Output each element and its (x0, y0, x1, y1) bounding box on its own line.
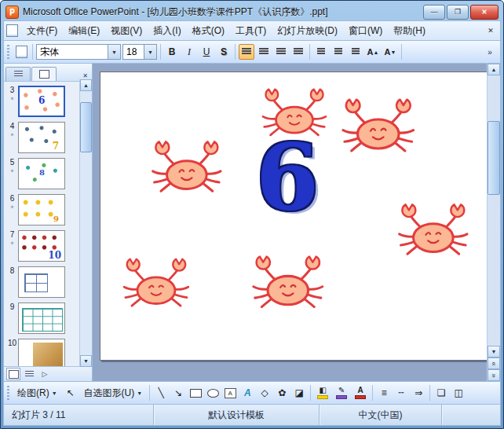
line-tool-button[interactable]: ╲ (153, 385, 169, 401)
crab-illustration[interactable] (336, 91, 421, 162)
previous-slide-button[interactable]: « (488, 358, 500, 369)
crab-illustration[interactable] (247, 248, 330, 317)
align-right-button[interactable] (273, 44, 289, 60)
scroll-up-icon[interactable]: ▲ (488, 64, 500, 75)
crab-illustration[interactable] (146, 134, 228, 201)
scroll-track[interactable] (488, 75, 500, 346)
diagram-button[interactable]: ◇ (257, 385, 272, 401)
chevron-down-icon[interactable]: ▼ (108, 45, 120, 59)
thumbnail-image[interactable]: 6 (18, 86, 65, 117)
slide-scrollbar[interactable]: ▲ ▼ « » (487, 64, 500, 381)
menu-edit[interactable]: 编辑(E) (63, 23, 105, 39)
thumbnail-image[interactable]: 8 (18, 158, 65, 189)
font-name-combobox[interactable]: 宋体▼ (36, 44, 121, 60)
font-size-combobox[interactable]: 18▼ (122, 44, 157, 60)
panel-scrollbar[interactable]: ▲ ▼ (79, 79, 92, 367)
chevron-down-icon[interactable]: ▼ (144, 45, 156, 59)
next-slide-button[interactable]: » (488, 369, 500, 381)
animation-star-icon[interactable]: ✶ (10, 203, 15, 211)
line-style-button[interactable]: ≡ (376, 385, 392, 401)
thumbnail-image[interactable] (18, 266, 65, 298)
distribute-button[interactable] (290, 44, 306, 60)
animation-star-icon[interactable]: ✶ (10, 130, 15, 139)
menu-slideshow[interactable]: 幻灯片放映(D) (272, 23, 343, 39)
restore-button[interactable]: ❐ (447, 5, 469, 20)
font-name-value: 宋体 (40, 46, 59, 59)
crab-illustration[interactable] (257, 82, 332, 145)
dash-style-button[interactable]: ╌ (393, 385, 409, 401)
scroll-down-icon[interactable]: ▼ (80, 355, 92, 367)
line-spacing-button[interactable] (313, 44, 329, 60)
bullets-button[interactable] (348, 44, 363, 60)
close-button[interactable]: ✕ (470, 5, 499, 20)
underline-button[interactable]: U (199, 44, 214, 60)
bold-button[interactable]: B (164, 44, 180, 60)
animation-star-icon[interactable]: ✶ (10, 239, 15, 248)
three-d-style-button[interactable]: ◫ (451, 385, 466, 401)
increase-font-button[interactable]: A▲ (365, 44, 381, 60)
minimize-button[interactable]: — (423, 5, 445, 20)
crab-illustration[interactable] (118, 251, 195, 316)
line-color-button[interactable]: ✎ (333, 385, 350, 401)
slide-number: 6 (10, 194, 15, 203)
menu-view[interactable]: 视图(V) (105, 23, 148, 39)
shadow-style-button[interactable]: ❏ (433, 385, 449, 401)
slideshow-button[interactable]: ▷ (38, 368, 52, 380)
language-status[interactable]: 中文(中国) (320, 405, 442, 425)
normal-view-button[interactable] (6, 368, 20, 380)
thumbnail-image[interactable] (18, 339, 65, 366)
new-slide-icon[interactable] (13, 44, 29, 60)
close-document-button[interactable]: ✕ (484, 24, 498, 38)
slide-sorter-button[interactable] (22, 368, 36, 380)
align-center-button[interactable] (256, 44, 272, 60)
align-left-icon (242, 48, 251, 56)
panel-scroll-thumb[interactable] (80, 102, 92, 152)
scroll-up-icon[interactable]: ▲ (80, 79, 92, 91)
draw-menu-button[interactable]: 绘图(R)▼ (13, 384, 61, 402)
thumbnail-table (24, 273, 48, 292)
window-controls: — ❐ ✕ (423, 5, 499, 20)
thumbnail-image[interactable] (18, 302, 65, 334)
text-shadow-button[interactable]: S (216, 44, 232, 60)
design-template-status[interactable]: 默认设计模板 (154, 405, 320, 425)
decrease-font-button[interactable]: A▼ (382, 44, 398, 60)
arrow-style-button[interactable]: ⇒ (411, 385, 426, 401)
scroll-down-icon[interactable]: ▼ (488, 346, 500, 358)
menu-file[interactable]: 文件(F) (21, 23, 63, 39)
tab-slides[interactable] (31, 67, 57, 81)
menu-insert[interactable]: 插入(I) (148, 23, 186, 39)
insert-picture-button[interactable]: ◪ (291, 385, 307, 401)
animation-star-icon[interactable]: ✶ (10, 167, 15, 175)
text-box-button[interactable]: A (222, 385, 238, 401)
toolbar-grip[interactable] (7, 386, 9, 400)
animation-star-icon[interactable]: ✶ (10, 94, 15, 103)
select-objects-button[interactable]: ↖ (63, 385, 79, 401)
menu-help[interactable]: 帮助(H) (388, 23, 431, 39)
oval-icon (207, 389, 219, 398)
tab-outline[interactable] (5, 67, 31, 81)
menu-format[interactable]: 格式(O) (187, 23, 230, 39)
scroll-thumb[interactable] (488, 121, 500, 195)
toolbar-options-button[interactable]: » (482, 44, 498, 60)
fill-color-button[interactable]: ◧ (314, 385, 331, 401)
arrow-tool-button[interactable]: ↘ (170, 385, 186, 401)
align-left-button[interactable] (239, 44, 254, 60)
toolbar-grip[interactable] (7, 45, 9, 59)
thumbnail-image[interactable]: 7 (18, 122, 65, 153)
thumbnail-image[interactable]: 9 (18, 194, 65, 226)
slide-canvas[interactable]: 6 (100, 72, 488, 361)
crab-illustration[interactable] (393, 196, 474, 264)
italic-button[interactable]: I (181, 44, 197, 60)
rectangle-tool-button[interactable] (188, 385, 203, 401)
numbering-button[interactable] (331, 44, 346, 60)
autoshapes-menu-button[interactable]: 自选图形(U)▼ (80, 384, 147, 402)
menu-tools[interactable]: 工具(T) (230, 23, 272, 39)
clip-art-button[interactable]: ✿ (274, 385, 290, 401)
wordart-button[interactable]: A (239, 385, 255, 401)
font-color-button[interactable]: A (352, 385, 369, 401)
panel-scroll-track[interactable] (80, 91, 92, 355)
menu-window[interactable]: 窗口(W) (343, 23, 388, 39)
thumbnail-image[interactable]: 10 (18, 230, 65, 262)
oval-tool-button[interactable] (205, 385, 221, 401)
menu-bar: 文件(F) 编辑(E) 视图(V) 插入(I) 格式(O) 工具(T) 幻灯片放… (3, 20, 501, 40)
